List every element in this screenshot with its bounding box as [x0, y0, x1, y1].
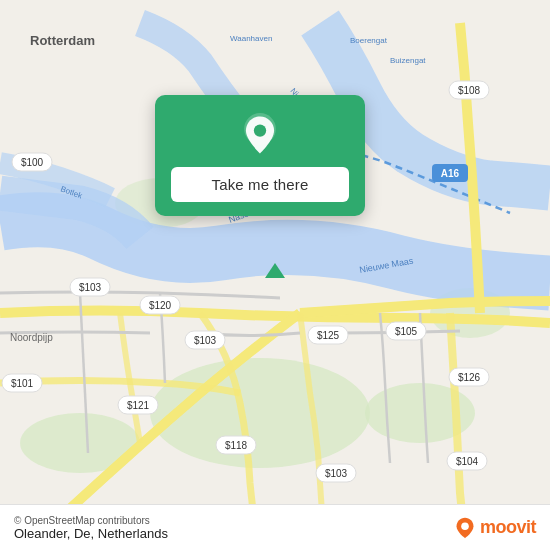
- svg-text:$125: $125: [317, 330, 340, 341]
- moovit-pin-icon: [454, 517, 476, 539]
- svg-text:$103: $103: [194, 335, 217, 346]
- svg-text:$100: $100: [21, 157, 44, 168]
- svg-text:$104: $104: [456, 456, 479, 467]
- svg-text:$126: $126: [458, 372, 481, 383]
- svg-text:Rotterdam: Rotterdam: [30, 33, 95, 48]
- moovit-logo: moovit: [454, 517, 536, 539]
- svg-text:$105: $105: [395, 326, 418, 337]
- bottom-left-info: © OpenStreetMap contributors Oleander, D…: [14, 515, 168, 541]
- svg-text:A16: A16: [441, 168, 460, 179]
- svg-text:$101: $101: [11, 378, 34, 389]
- osm-credit: © OpenStreetMap contributors: [14, 515, 168, 526]
- take-me-there-button[interactable]: Take me there: [171, 167, 349, 202]
- svg-text:$118: $118: [225, 440, 248, 451]
- svg-text:$121: $121: [127, 400, 150, 411]
- svg-text:Noordpijp: Noordpijp: [10, 332, 53, 343]
- svg-point-46: [254, 124, 266, 136]
- svg-text:$103: $103: [79, 282, 102, 293]
- popup-card: Take me there: [155, 95, 365, 216]
- svg-text:$103: $103: [325, 468, 348, 479]
- moovit-text: moovit: [480, 517, 536, 538]
- svg-text:Buizengat: Buizengat: [390, 56, 426, 65]
- svg-text:$120: $120: [149, 300, 172, 311]
- svg-text:Boerengat: Boerengat: [350, 36, 388, 45]
- location-pin-icon: [238, 113, 282, 157]
- map-background: $100 $103 $103 $103 $120 $125 $105 $126 …: [0, 0, 550, 550]
- map-container: $100 $103 $103 $103 $120 $125 $105 $126 …: [0, 0, 550, 550]
- svg-text:$108: $108: [458, 85, 481, 96]
- svg-text:Waanhaven: Waanhaven: [230, 34, 272, 43]
- location-name: Oleander, De, Netherlands: [14, 526, 168, 541]
- bottom-bar: © OpenStreetMap contributors Oleander, D…: [0, 504, 550, 550]
- svg-point-47: [461, 522, 469, 530]
